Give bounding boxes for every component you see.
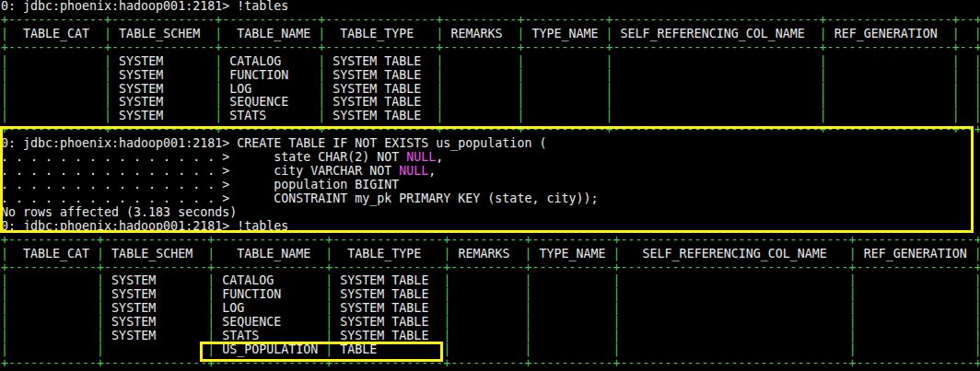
table-border-text: |: [97, 247, 104, 261]
table-border-text: |: [974, 273, 980, 287]
table-border-text: |: [820, 95, 827, 109]
table-border-text: |: [207, 329, 215, 342]
table-border-text: |: [849, 287, 857, 301]
table-border-text: |: [613, 301, 621, 315]
table-border-text: |: [974, 54, 980, 68]
terminal-text: TYPE_NAME: [532, 247, 613, 261]
table-border-text: |: [1, 342, 8, 356]
table-border-text: +------------+--------------+-----------…: [1, 233, 980, 247]
table-border-text: |: [207, 273, 215, 287]
table-border-text: |: [1, 68, 8, 82]
table-border-text: |: [1, 315, 8, 329]
table-border-text: |: [97, 273, 104, 287]
table-border-text: |: [849, 315, 857, 329]
terminal-text: REMARKS: [450, 247, 524, 261]
terminal-line-16: No rows affected (3.183 seconds): [1, 206, 980, 220]
terminal-text: [8, 301, 97, 315]
terminal-text: SYSTEM: [104, 273, 207, 287]
terminal-text: [613, 109, 820, 122]
terminal-text: SYSTEM: [104, 315, 207, 329]
terminal-text: [8, 273, 97, 287]
terminal-text: [857, 287, 974, 301]
terminal-text: [450, 273, 524, 287]
terminal-line-24: | | SYSTEM | SEQUENCE | SYSTEM TABLE | |…: [1, 316, 980, 330]
terminal-line-2: +-------------+--------------+----------…: [1, 14, 980, 28]
terminal-text: FUNCTION: [215, 287, 325, 301]
terminal-line-25: | | SYSTEM | STATS | SYSTEM TABLE | | | …: [1, 330, 980, 343]
table-border-text: |: [974, 329, 980, 342]
table-border-text: |: [1, 54, 8, 68]
table-border-text: |: [952, 82, 960, 96]
terminal-text: SYSTEM TABLE: [325, 82, 436, 96]
table-border-text: |: [606, 27, 613, 41]
terminal-text: [8, 109, 104, 122]
terminal-text: TABLE_TYPE: [332, 247, 443, 261]
terminal-line-22: | | SYSTEM | FUNCTION | SYSTEM TABLE | |…: [1, 288, 980, 302]
table-border-text: |: [207, 301, 215, 315]
terminal-text: TABLE_CAT: [8, 247, 97, 261]
table-border-text: |: [606, 82, 613, 96]
table-border-text: |: [820, 109, 827, 122]
terminal-text: STATS: [215, 329, 325, 342]
terminal-text: SYSTEM TABLE: [332, 301, 443, 315]
terminal-text: SYSTEM: [104, 329, 207, 342]
terminal-text: [827, 95, 952, 109]
table-border-text: |: [1, 109, 8, 122]
terminal-text: SEQUENCE: [222, 95, 318, 109]
table-border-text: |: [207, 247, 215, 261]
terminal-text: SYSTEM: [111, 82, 215, 96]
terminal-text: SYSTEM: [111, 54, 215, 68]
table-border-text: |: [215, 68, 222, 82]
terminal-line-17: 0: jdbc:phoenix:hadoop001:2181> !tables: [1, 220, 980, 234]
terminal-text: [621, 329, 849, 342]
table-border-text: |: [104, 54, 111, 68]
terminal[interactable]: 0: jdbc:phoenix:hadoop001:2181> !tables+…: [1, 0, 980, 371]
terminal-text: SYSTEM TABLE: [325, 68, 436, 82]
terminal-text: [524, 109, 605, 122]
table-border-text: |: [613, 342, 621, 356]
table-border-text: |: [974, 27, 980, 41]
terminal-text: [450, 329, 524, 342]
terminal-text: [621, 273, 849, 287]
table-border-text: |: [97, 342, 104, 356]
table-border-text: |: [524, 273, 531, 287]
terminal-text: LOG: [215, 301, 325, 315]
terminal-line-26: | | | US_POPULATION | TABLE | | | | |: [1, 343, 980, 357]
table-border-text: |: [974, 301, 980, 315]
terminal-text: [613, 54, 820, 68]
terminal-line-12: . . . . . . . . . . . . . . . > state CH…: [1, 151, 980, 165]
table-border-text: |: [613, 273, 621, 287]
table-border-text: |: [613, 329, 621, 342]
terminal-text: . . . . . . . . . . . . . . . > state CH…: [1, 150, 406, 164]
terminal-text: SYSTEM TABLE: [325, 95, 436, 109]
terminal-text: STATS: [222, 109, 318, 122]
terminal-text: SYSTEM: [104, 301, 207, 315]
table-border-text: |: [97, 315, 104, 329]
terminal-text: SYSTEM TABLE: [332, 329, 443, 342]
terminal-line-10: +-------------+--------------+----------…: [1, 123, 980, 137]
terminal-text: SYSTEM TABLE: [325, 54, 436, 68]
terminal-line-27: +------------+--------------+-----------…: [1, 357, 980, 371]
terminal-text: SYSTEM TABLE: [332, 287, 443, 301]
terminal-text: No rows affected (3.183 seconds): [1, 205, 237, 219]
terminal-line-9: | | SYSTEM | STATS | SYSTEM TABLE | | | …: [1, 110, 980, 123]
table-border-text: |: [524, 315, 531, 329]
table-border-text: |: [820, 68, 827, 82]
table-border-text: |: [849, 301, 857, 315]
terminal-text: [8, 68, 104, 82]
terminal-text: [443, 82, 517, 96]
table-border-text: |: [974, 287, 980, 301]
terminal-text: [857, 315, 974, 329]
terminal-text: 0: jdbc:phoenix:hadoop001:2181> CREATE T…: [1, 136, 546, 150]
terminal-text: [8, 329, 97, 342]
terminal-text: [524, 54, 605, 68]
terminal-text: [524, 95, 605, 109]
terminal-text: REMARKS: [443, 27, 517, 41]
terminal-text: 0: jdbc:phoenix:hadoop001:2181> !tables: [1, 0, 288, 13]
terminal-text: [613, 95, 820, 109]
terminal-text: SYSTEM TABLE: [332, 315, 443, 329]
terminal-line-13: . . . . . . . . . . . . . . . > city VAR…: [1, 165, 980, 179]
terminal-text: [450, 287, 524, 301]
terminal-text: REF_GENERATION: [857, 247, 974, 261]
terminal-text: TABLE_SCHEM: [104, 247, 207, 261]
